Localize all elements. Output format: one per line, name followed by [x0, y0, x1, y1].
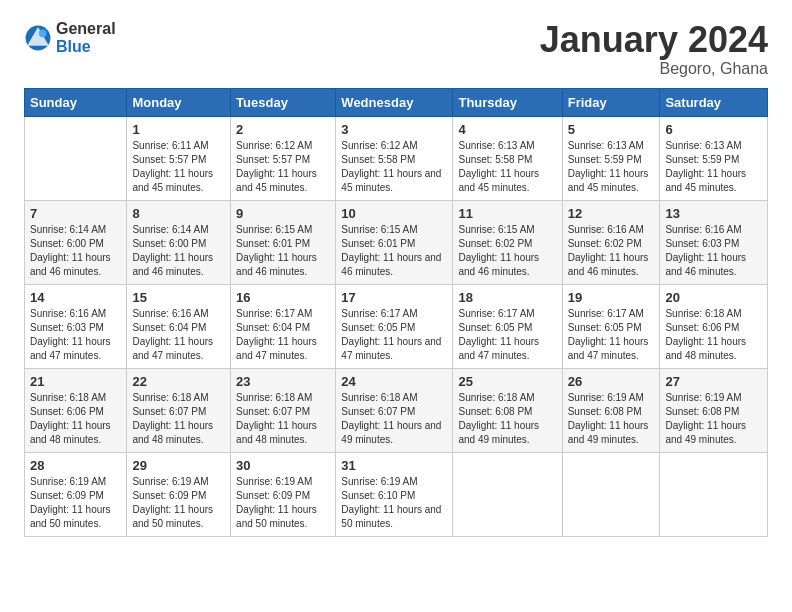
calendar-cell: 13 Sunrise: 6:16 AM Sunset: 6:03 PM Dayl… [660, 200, 768, 284]
logo: General Blue [24, 20, 116, 55]
day-details: Sunrise: 6:14 AM Sunset: 6:00 PM Dayligh… [30, 223, 121, 279]
day-details: Sunrise: 6:19 AM Sunset: 6:10 PM Dayligh… [341, 475, 447, 531]
day-number: 27 [665, 374, 762, 389]
day-number: 14 [30, 290, 121, 305]
calendar-cell: 3 Sunrise: 6:12 AM Sunset: 5:58 PM Dayli… [336, 116, 453, 200]
column-header-sunday: Sunday [25, 88, 127, 116]
calendar-cell: 2 Sunrise: 6:12 AM Sunset: 5:57 PM Dayli… [231, 116, 336, 200]
calendar-cell: 31 Sunrise: 6:19 AM Sunset: 6:10 PM Dayl… [336, 452, 453, 536]
calendar-cell: 18 Sunrise: 6:17 AM Sunset: 6:05 PM Dayl… [453, 284, 562, 368]
day-details: Sunrise: 6:15 AM Sunset: 6:01 PM Dayligh… [236, 223, 330, 279]
calendar-cell [25, 116, 127, 200]
calendar-cell: 19 Sunrise: 6:17 AM Sunset: 6:05 PM Dayl… [562, 284, 660, 368]
calendar-cell: 20 Sunrise: 6:18 AM Sunset: 6:06 PM Dayl… [660, 284, 768, 368]
calendar-cell [562, 452, 660, 536]
day-number: 1 [132, 122, 225, 137]
day-details: Sunrise: 6:17 AM Sunset: 6:05 PM Dayligh… [341, 307, 447, 363]
calendar-cell: 26 Sunrise: 6:19 AM Sunset: 6:08 PM Dayl… [562, 368, 660, 452]
day-number: 6 [665, 122, 762, 137]
day-number: 29 [132, 458, 225, 473]
day-details: Sunrise: 6:19 AM Sunset: 6:08 PM Dayligh… [568, 391, 655, 447]
day-details: Sunrise: 6:15 AM Sunset: 6:01 PM Dayligh… [341, 223, 447, 279]
day-details: Sunrise: 6:16 AM Sunset: 6:02 PM Dayligh… [568, 223, 655, 279]
day-number: 2 [236, 122, 330, 137]
day-details: Sunrise: 6:18 AM Sunset: 6:08 PM Dayligh… [458, 391, 556, 447]
day-details: Sunrise: 6:12 AM Sunset: 5:58 PM Dayligh… [341, 139, 447, 195]
day-number: 5 [568, 122, 655, 137]
day-number: 15 [132, 290, 225, 305]
header: General Blue January 2024 Begoro, Ghana [24, 20, 768, 78]
calendar-cell: 27 Sunrise: 6:19 AM Sunset: 6:08 PM Dayl… [660, 368, 768, 452]
column-header-tuesday: Tuesday [231, 88, 336, 116]
column-header-saturday: Saturday [660, 88, 768, 116]
calendar-cell: 21 Sunrise: 6:18 AM Sunset: 6:06 PM Dayl… [25, 368, 127, 452]
day-details: Sunrise: 6:19 AM Sunset: 6:09 PM Dayligh… [236, 475, 330, 531]
day-number: 17 [341, 290, 447, 305]
day-number: 12 [568, 206, 655, 221]
calendar-cell: 12 Sunrise: 6:16 AM Sunset: 6:02 PM Dayl… [562, 200, 660, 284]
day-details: Sunrise: 6:18 AM Sunset: 6:07 PM Dayligh… [236, 391, 330, 447]
calendar-cell: 16 Sunrise: 6:17 AM Sunset: 6:04 PM Dayl… [231, 284, 336, 368]
day-details: Sunrise: 6:17 AM Sunset: 6:05 PM Dayligh… [458, 307, 556, 363]
day-details: Sunrise: 6:18 AM Sunset: 6:06 PM Dayligh… [665, 307, 762, 363]
calendar-cell: 9 Sunrise: 6:15 AM Sunset: 6:01 PM Dayli… [231, 200, 336, 284]
calendar-cell: 8 Sunrise: 6:14 AM Sunset: 6:00 PM Dayli… [127, 200, 231, 284]
day-number: 16 [236, 290, 330, 305]
calendar-cell: 24 Sunrise: 6:18 AM Sunset: 6:07 PM Dayl… [336, 368, 453, 452]
day-details: Sunrise: 6:13 AM Sunset: 5:59 PM Dayligh… [665, 139, 762, 195]
day-number: 20 [665, 290, 762, 305]
calendar-cell: 15 Sunrise: 6:16 AM Sunset: 6:04 PM Dayl… [127, 284, 231, 368]
calendar-cell: 6 Sunrise: 6:13 AM Sunset: 5:59 PM Dayli… [660, 116, 768, 200]
day-number: 18 [458, 290, 556, 305]
calendar-cell [660, 452, 768, 536]
calendar-table: SundayMondayTuesdayWednesdayThursdayFrid… [24, 88, 768, 537]
day-details: Sunrise: 6:16 AM Sunset: 6:03 PM Dayligh… [30, 307, 121, 363]
calendar-subtitle: Begoro, Ghana [540, 60, 768, 78]
day-details: Sunrise: 6:18 AM Sunset: 6:06 PM Dayligh… [30, 391, 121, 447]
calendar-cell: 22 Sunrise: 6:18 AM Sunset: 6:07 PM Dayl… [127, 368, 231, 452]
calendar-cell: 4 Sunrise: 6:13 AM Sunset: 5:58 PM Dayli… [453, 116, 562, 200]
day-number: 3 [341, 122, 447, 137]
day-number: 25 [458, 374, 556, 389]
calendar-cell: 11 Sunrise: 6:15 AM Sunset: 6:02 PM Dayl… [453, 200, 562, 284]
day-details: Sunrise: 6:14 AM Sunset: 6:00 PM Dayligh… [132, 223, 225, 279]
logo-blue: Blue [56, 38, 116, 56]
column-header-wednesday: Wednesday [336, 88, 453, 116]
logo-icon [24, 24, 52, 52]
day-number: 21 [30, 374, 121, 389]
day-details: Sunrise: 6:19 AM Sunset: 6:09 PM Dayligh… [30, 475, 121, 531]
day-details: Sunrise: 6:15 AM Sunset: 6:02 PM Dayligh… [458, 223, 556, 279]
column-header-monday: Monday [127, 88, 231, 116]
calendar-cell: 14 Sunrise: 6:16 AM Sunset: 6:03 PM Dayl… [25, 284, 127, 368]
column-header-thursday: Thursday [453, 88, 562, 116]
day-details: Sunrise: 6:18 AM Sunset: 6:07 PM Dayligh… [341, 391, 447, 447]
calendar-cell: 17 Sunrise: 6:17 AM Sunset: 6:05 PM Dayl… [336, 284, 453, 368]
calendar-week-row: 1 Sunrise: 6:11 AM Sunset: 5:57 PM Dayli… [25, 116, 768, 200]
day-details: Sunrise: 6:11 AM Sunset: 5:57 PM Dayligh… [132, 139, 225, 195]
day-number: 23 [236, 374, 330, 389]
calendar-cell: 28 Sunrise: 6:19 AM Sunset: 6:09 PM Dayl… [25, 452, 127, 536]
calendar-title: January 2024 [540, 20, 768, 60]
day-number: 13 [665, 206, 762, 221]
calendar-cell: 5 Sunrise: 6:13 AM Sunset: 5:59 PM Dayli… [562, 116, 660, 200]
calendar-cell: 23 Sunrise: 6:18 AM Sunset: 6:07 PM Dayl… [231, 368, 336, 452]
day-details: Sunrise: 6:16 AM Sunset: 6:03 PM Dayligh… [665, 223, 762, 279]
day-number: 30 [236, 458, 330, 473]
day-details: Sunrise: 6:13 AM Sunset: 5:59 PM Dayligh… [568, 139, 655, 195]
day-details: Sunrise: 6:16 AM Sunset: 6:04 PM Dayligh… [132, 307, 225, 363]
calendar-cell: 30 Sunrise: 6:19 AM Sunset: 6:09 PM Dayl… [231, 452, 336, 536]
logo-general: General [56, 20, 116, 38]
calendar-week-row: 28 Sunrise: 6:19 AM Sunset: 6:09 PM Dayl… [25, 452, 768, 536]
day-number: 26 [568, 374, 655, 389]
day-details: Sunrise: 6:17 AM Sunset: 6:05 PM Dayligh… [568, 307, 655, 363]
day-number: 28 [30, 458, 121, 473]
calendar-cell: 1 Sunrise: 6:11 AM Sunset: 5:57 PM Dayli… [127, 116, 231, 200]
day-number: 19 [568, 290, 655, 305]
day-number: 9 [236, 206, 330, 221]
logo-text: General Blue [56, 20, 116, 55]
calendar-cell: 7 Sunrise: 6:14 AM Sunset: 6:00 PM Dayli… [25, 200, 127, 284]
day-details: Sunrise: 6:12 AM Sunset: 5:57 PM Dayligh… [236, 139, 330, 195]
calendar-header-row: SundayMondayTuesdayWednesdayThursdayFrid… [25, 88, 768, 116]
day-details: Sunrise: 6:17 AM Sunset: 6:04 PM Dayligh… [236, 307, 330, 363]
calendar-week-row: 21 Sunrise: 6:18 AM Sunset: 6:06 PM Dayl… [25, 368, 768, 452]
